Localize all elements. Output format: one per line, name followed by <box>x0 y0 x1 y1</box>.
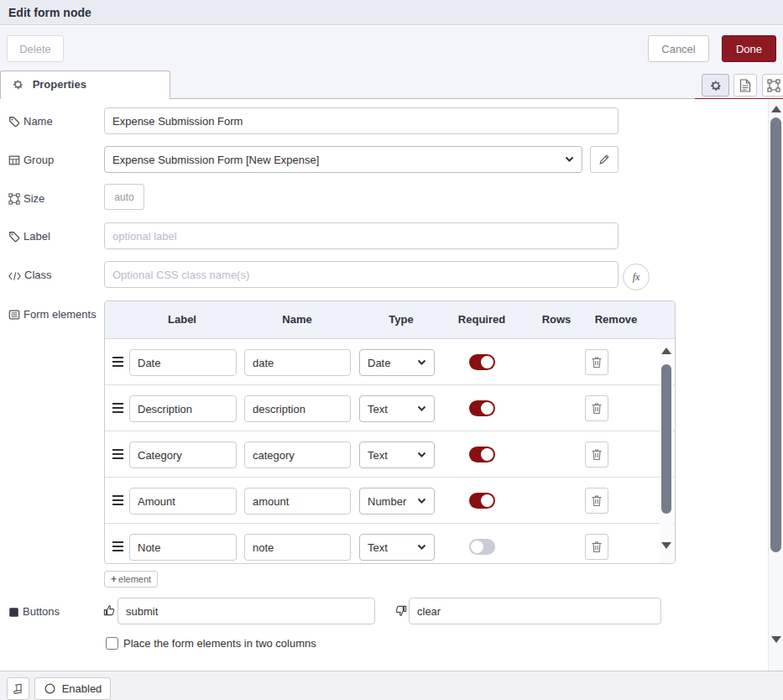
edit-group-button[interactable] <box>590 146 619 173</box>
element-type-select[interactable]: Text <box>359 534 435 561</box>
scrollbar-thumb[interactable] <box>661 364 671 514</box>
scroll-up-arrow[interactable] <box>771 106 781 112</box>
element-label-input[interactable] <box>129 395 237 422</box>
docs-button[interactable] <box>7 677 29 700</box>
required-toggle[interactable] <box>469 493 495 509</box>
element-type-select[interactable]: Date <box>359 349 435 376</box>
appearance-tab-button[interactable] <box>762 74 783 97</box>
element-label-input[interactable] <box>129 488 237 515</box>
properties-panel: Name Group Expense Submission Form [New … <box>0 99 783 671</box>
required-toggle[interactable] <box>469 447 495 462</box>
trash-icon <box>591 402 603 415</box>
form-elements-table-body: Date Text Text <box>105 339 675 564</box>
cancel-button[interactable]: Cancel <box>648 35 709 62</box>
element-name-input[interactable] <box>244 441 351 468</box>
drag-handle-icon[interactable] <box>112 449 123 459</box>
scroll-down-arrow[interactable] <box>771 636 781 643</box>
col-header-remove: Remove <box>595 313 638 326</box>
enabled-toggle-button[interactable]: Enabled <box>34 677 111 700</box>
dialog-footer: Enabled <box>0 671 783 700</box>
tab-properties-label: Properties <box>33 78 86 91</box>
element-name-input[interactable] <box>244 534 351 561</box>
group-select[interactable]: Expense Submission Form [New Expense] <box>104 146 582 173</box>
panel-scrollbar <box>768 99 783 671</box>
submit-button-text-input[interactable] <box>117 598 375 624</box>
remove-element-button[interactable] <box>585 534 608 560</box>
form-element-row: Number <box>105 478 675 524</box>
dialog-titlebar: Edit form node <box>0 0 783 25</box>
scrollbar-thumb[interactable] <box>770 118 781 552</box>
two-columns-checkbox[interactable] <box>106 637 118 650</box>
col-header-label: Label <box>168 313 196 326</box>
element-name-input[interactable] <box>244 488 351 515</box>
thumbs-up-icon <box>103 604 116 617</box>
form-element-row: Text <box>105 524 675 564</box>
form-element-row: Text <box>105 431 675 478</box>
pencil-icon <box>598 154 610 165</box>
element-name-input[interactable] <box>244 395 351 422</box>
drag-handle-icon[interactable] <box>112 357 123 367</box>
trash-icon <box>591 541 603 553</box>
clear-button-text-input[interactable] <box>409 598 661 624</box>
remove-element-button[interactable] <box>585 395 608 421</box>
scroll-up-arrow[interactable] <box>661 347 671 354</box>
gear-icon <box>709 79 723 92</box>
remove-element-button[interactable] <box>585 349 608 375</box>
required-toggle[interactable] <box>469 539 495 555</box>
trash-icon <box>591 356 603 368</box>
size-button[interactable]: auto <box>104 184 144 210</box>
drag-handle-icon[interactable] <box>112 495 123 505</box>
two-columns-label: Place the form elements in two columns <box>123 637 316 650</box>
drag-handle-icon[interactable] <box>112 541 123 551</box>
col-header-name: Name <box>282 313 311 326</box>
chevron-down-icon <box>417 405 426 412</box>
element-name-input[interactable] <box>244 349 351 376</box>
required-toggle[interactable] <box>469 354 495 370</box>
chevron-down-icon <box>417 359 426 366</box>
dialog-title: Edit form node <box>8 6 91 19</box>
buttons-field-label: Buttons <box>8 603 99 619</box>
document-icon <box>739 79 751 92</box>
element-label-input[interactable] <box>129 441 237 468</box>
chevron-down-icon <box>417 452 426 458</box>
tag-icon <box>8 116 20 128</box>
scroll-down-arrow[interactable] <box>661 542 671 549</box>
add-element-button[interactable]: +element <box>104 571 158 588</box>
properties-tab-button[interactable] <box>702 74 729 97</box>
appearance-icon <box>767 79 780 92</box>
gear-icon <box>12 78 24 91</box>
form-elements-table-header: Label Name Type Required Rows Remove <box>105 301 675 339</box>
form-element-row: Text <box>105 385 675 431</box>
required-toggle[interactable] <box>469 400 495 416</box>
trash-icon <box>591 448 603 461</box>
tab-properties[interactable]: Properties <box>0 71 170 99</box>
element-type-select[interactable]: Text <box>359 395 435 422</box>
drag-handle-icon[interactable] <box>112 403 123 413</box>
remove-element-button[interactable] <box>585 488 608 514</box>
delete-button[interactable]: Delete <box>7 35 64 62</box>
table-scrollbar <box>660 339 673 564</box>
element-label-input[interactable] <box>129 349 237 376</box>
class-input[interactable] <box>104 261 619 288</box>
group-field-label: Group <box>8 152 99 168</box>
fx-expand-button[interactable]: fx <box>623 264 650 290</box>
description-tab-button[interactable] <box>733 74 757 97</box>
col-header-required: Required <box>458 313 505 326</box>
element-type-select[interactable]: Text <box>359 441 435 468</box>
size-field-label: Size <box>8 191 99 206</box>
trash-icon <box>591 494 603 507</box>
col-header-rows: Rows <box>542 313 572 326</box>
done-button[interactable]: Done <box>722 35 776 62</box>
form-elements-table: Label Name Type Required Rows Remove Dat… <box>104 300 676 564</box>
group-select-value: Expense Submission Form [New Expense] <box>112 154 319 166</box>
label-input[interactable] <box>104 222 619 249</box>
fx-icon: fx <box>633 271 640 284</box>
tag-icon <box>8 231 20 243</box>
name-input[interactable] <box>104 107 619 134</box>
book-icon <box>13 683 24 695</box>
remove-element-button[interactable] <box>585 441 608 468</box>
enabled-label: Enabled <box>62 682 102 695</box>
element-type-select[interactable]: Number <box>359 488 435 515</box>
form-element-row: Date <box>105 339 675 385</box>
element-label-input[interactable] <box>129 534 237 561</box>
